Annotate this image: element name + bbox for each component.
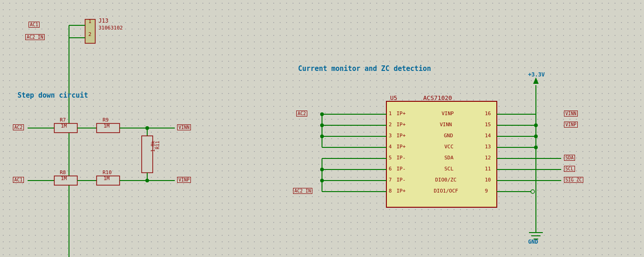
r9-value: 1M bbox=[104, 123, 109, 129]
net-scl-right: SCL bbox=[564, 166, 575, 172]
ic-pin6-num: 6 bbox=[389, 166, 392, 172]
ic-pin14-num: 14 bbox=[485, 133, 491, 139]
ic-pin9-name: DIO1/OCF bbox=[434, 188, 458, 194]
connector-value: 31063102 bbox=[98, 25, 123, 31]
ic-pin1-name: IP+ bbox=[397, 111, 406, 117]
svg-point-54 bbox=[534, 134, 538, 138]
svg-point-20 bbox=[145, 179, 149, 182]
ic-pin16-name: VINP bbox=[442, 111, 454, 117]
ic-pin4-name: IP+ bbox=[397, 144, 406, 150]
ic-pin7-name: IP- bbox=[397, 177, 406, 183]
ic-pin1-num: 1 bbox=[389, 111, 392, 117]
net-sig-zc-right: SIG_ZC bbox=[564, 177, 583, 183]
r10-value: 1M bbox=[104, 175, 109, 181]
ic-pin14-name: GND bbox=[444, 133, 453, 139]
ic-pin5-name: IP- bbox=[397, 155, 406, 161]
net-ac2-in-ic: AC2_IN bbox=[293, 188, 312, 194]
ic-pin16-num: 16 bbox=[485, 111, 491, 117]
power-gnd: GND bbox=[528, 239, 538, 245]
connector-pin1: 1 bbox=[88, 18, 92, 24]
power-3v3: +3.3V bbox=[528, 71, 545, 78]
ic-pin10-name: DIO0/ZC bbox=[435, 177, 456, 183]
ic-pin15-name: VINN bbox=[440, 122, 452, 128]
ic-pin8-num: 8 bbox=[389, 188, 392, 194]
ic-pin3-name: IP+ bbox=[397, 133, 406, 139]
ic-pin7-num: 7 bbox=[389, 177, 392, 183]
net-vinn-stepdown: VINN bbox=[177, 124, 191, 130]
ic-pin11-num: 11 bbox=[485, 166, 491, 172]
ic-ref: U5 bbox=[390, 94, 397, 101]
ic-pin15-num: 15 bbox=[485, 122, 491, 128]
ic-pin12-num: 12 bbox=[485, 155, 491, 161]
r11-ref: R11 bbox=[155, 141, 160, 149]
net-ac2-in-top: AC2_IN bbox=[25, 34, 45, 40]
ic-pin2-name: IP+ bbox=[397, 122, 406, 128]
connector-pin2: 2 bbox=[88, 31, 92, 37]
ic-pin6-name: IP- bbox=[397, 166, 406, 172]
net-ac2-ic: AC2 bbox=[296, 111, 307, 117]
ic-pin5-num: 5 bbox=[389, 155, 392, 161]
r8-ref: R8 bbox=[60, 169, 66, 175]
ic-pin3-num: 3 bbox=[389, 133, 392, 139]
ic-pin8-name: IP+ bbox=[397, 188, 406, 194]
r8-value: 1M bbox=[61, 175, 67, 181]
ic-pin13-name: VCC bbox=[444, 144, 454, 150]
ic-pin12-name: SDA bbox=[444, 155, 454, 161]
svg-point-45 bbox=[531, 190, 535, 193]
ic-pin4-num: 4 bbox=[389, 144, 392, 150]
net-ac1-top: AC1 bbox=[29, 22, 40, 28]
net-sda-right: SDA bbox=[564, 155, 575, 161]
ic-pin10-num: 10 bbox=[485, 177, 491, 183]
r7-ref: R7 bbox=[60, 117, 66, 123]
step-down-title: Step down circuit bbox=[17, 91, 88, 99]
net-ac2-left: AC2 bbox=[13, 124, 24, 130]
ic-pin2-num: 2 bbox=[389, 122, 392, 128]
r7-value: 1M bbox=[61, 123, 67, 129]
ic-value: ACS71020 bbox=[423, 94, 452, 101]
net-vinp-right: VINP bbox=[564, 122, 578, 128]
net-vinn-right: VINN bbox=[564, 111, 578, 117]
ic-pin13-num: 13 bbox=[485, 144, 491, 150]
connector-ref: J13 bbox=[98, 18, 109, 24]
svg-point-18 bbox=[145, 126, 149, 130]
ic-pin11-name: SCL bbox=[444, 166, 454, 172]
net-vinp-stepdown: VINP bbox=[177, 177, 191, 183]
current-monitor-title: Current monitor and ZC detection bbox=[298, 64, 431, 73]
svg-marker-47 bbox=[533, 77, 539, 84]
ic-pin9-num: 9 bbox=[485, 188, 488, 194]
r9-ref: R9 bbox=[103, 117, 109, 123]
r10-ref: R10 bbox=[103, 169, 112, 175]
net-ac1-left: AC1 bbox=[13, 177, 24, 183]
svg-point-53 bbox=[534, 123, 538, 127]
